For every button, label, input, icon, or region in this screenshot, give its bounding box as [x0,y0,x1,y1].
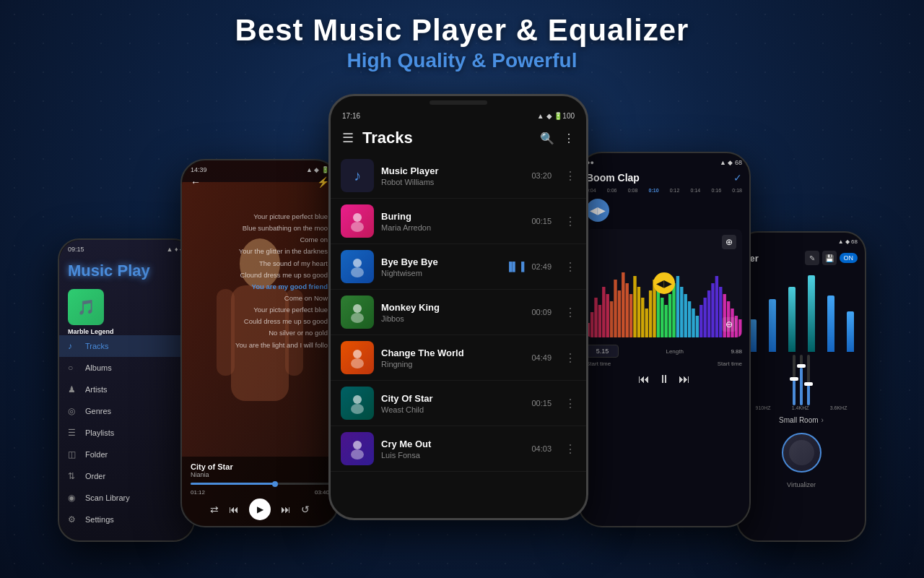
track-more-1[interactable]: ⋮ [565,169,576,183]
eq-preset-arrow[interactable]: › [821,416,824,424]
track-item-1[interactable]: ♪ Music Player Robot Williams 03:20 ⋮ [331,153,586,199]
svg-rect-43 [692,309,694,337]
eq-bar-5 [821,271,840,352]
track-more-4[interactable]: ⋮ [565,306,576,319]
eq-knob-inner [789,440,814,465]
sidebar-logo: Music Play [59,256,193,286]
eq-slider-thumb-3[interactable] [804,382,813,386]
wf-zoom-out-btn[interactable]: ⊖ [722,317,736,332]
sidebar-settings-label: Settings [85,515,114,524]
tracks-search-icon[interactable]: 🔍 [540,131,554,145]
sidebar-item-order[interactable]: ⇅ Order [59,465,193,487]
svg-rect-25 [622,272,624,337]
track-name-4: Monkey King [381,302,524,313]
track-item-4[interactable]: Monkey King Jibbos 00:09 ⋮ [331,290,586,335]
sidebar-item-albums[interactable]: ○ Albums [59,357,193,379]
sidebar-item-tracks[interactable]: ♪ Tracks [59,335,193,357]
sidebar-albums-icon: ○ [68,363,79,373]
phones-container: 09:15 ▲ ♦ ◆ Music Play 🎵 Marble Legend ♪… [0,94,924,520]
sidebar-tracks-icon: ♪ [68,341,79,351]
svg-rect-36 [664,305,667,337]
header: Best Music Player & Equalizer High Quali… [0,13,924,72]
sidebar-item-playlists[interactable]: ☰ Playlists [59,422,193,444]
wf-marker-2: 0:06 [607,188,617,193]
track-more-6[interactable]: ⋮ [565,397,576,410]
lyrics-eq-icon[interactable]: ⚡ [317,176,329,188]
track-duration-1: 03:20 [531,171,552,180]
sidebar-item-settings[interactable]: ⚙ Settings [59,509,193,530]
track-name-5: Change The World [381,348,524,358]
lyrics-prev-btn[interactable]: ⏮ [229,504,239,515]
eq-slider-thumb-2[interactable] [797,364,806,368]
track-name-1: Music Player [381,165,524,176]
wf-marker-5: 0:12 [670,188,680,193]
sidebar-item-folder[interactable]: ◫ Folder [59,444,193,465]
tracks-more-icon[interactable]: ⋮ [563,131,575,145]
track-item-7[interactable]: Cry Me Out Luis Fonsa 04:03 ⋮ [331,426,586,472]
svg-rect-34 [657,287,660,337]
wf-play-btn[interactable]: ◀▶ [586,199,609,222]
eq-slider-1[interactable] [793,355,796,405]
track-thumb-1: ♪ [341,159,374,192]
eq-toggle[interactable]: ON [840,253,858,263]
lyrics-progress-bar[interactable] [191,483,329,485]
track-more-2[interactable]: ⋮ [565,215,576,228]
track-item-2[interactable]: Buring Maria Arredon 00:15 ⋮ [331,199,586,244]
wf-cursor[interactable]: ◀▶ [653,272,675,294]
eq-slider-2[interactable] [800,355,803,405]
lyrics-status: 14:39 ▲ ◆ 🔋 [182,160,338,176]
lyrics-nav: ← ⚡ [182,176,338,188]
lyrics-line-6: Clound dress me up so good [192,269,328,281]
lyrics-progress-fill [191,483,274,485]
sidebar-order-label: Order [85,472,105,480]
wf-zoom-in-btn[interactable]: ⊕ [722,235,736,249]
wf-marker-6: 0:14 [691,188,701,193]
sidebar-item-artists[interactable]: ♟ Artists [59,379,193,400]
track-person-svg-3 [346,256,368,277]
track-duration-4: 00:09 [531,308,552,316]
sidebar-item-scan[interactable]: ◉ Scan Library [59,487,193,509]
eq-bar-fill-6 [847,311,854,352]
track-thumb-6 [341,387,374,420]
lyrics-play-btn[interactable]: ▶ [249,499,271,520]
wf-next-btn[interactable]: ⏭ [679,373,690,386]
svg-point-7 [351,267,364,277]
eq-slider-thumb-1[interactable] [790,377,798,381]
track-person-svg-6 [346,392,368,414]
track-more-7[interactable]: ⋮ [565,442,576,456]
track-playing-indicator: ▐▌▐ [506,262,525,272]
lyrics-repeat-btn[interactable]: ↺ [301,504,310,515]
track-item-5[interactable]: Change The World Ringning 04:49 ⋮ [331,335,586,381]
eq-screen: ▲ ◆ 68 zer ✎ 💾 ON [738,233,865,540]
lyrics-line-4: Your the glitter in the darknes [192,246,328,257]
svg-rect-47 [707,290,710,337]
track-more-3[interactable]: ⋮ [565,260,576,274]
tracks-menu-icon[interactable]: ☰ [342,130,354,146]
svg-rect-18 [594,298,597,337]
track-item-6[interactable]: City Of Star Weast Child 00:15 ⋮ [331,381,586,426]
lyrics-back-icon[interactable]: ← [191,176,201,188]
eq-slider-3[interactable] [807,355,810,405]
wf-start-time-field[interactable]: 5.15 [586,345,619,358]
sidebar-item-genres[interactable]: ◎ Genres [59,400,193,422]
track-item-3[interactable]: Bye Bye Bye Nightwisem ▐▌▐ 02:49 ⋮ [331,244,586,290]
lyrics-song-title: City of Star [191,462,329,471]
track-name-2: Buring [381,211,524,222]
track-name-7: Cry Me Out [381,439,524,449]
eq-edit-icon[interactable]: ✎ [805,251,819,265]
track-thumb-2 [341,204,374,238]
wf-pause-btn[interactable]: ⏸ [658,373,670,386]
wf-prev-btn[interactable]: ⏮ [638,373,650,386]
lyrics-next-btn[interactable]: ⏭ [281,504,291,515]
phone-waveform: ●● ▲ ◆ 68 Boom Clap ✓ 0:04 0:06 0:08 0:1… [578,152,751,527]
eq-freq-1: 910HZ [756,405,771,410]
wf-check-icon[interactable]: ✓ [733,172,742,184]
eq-status: ▲ ◆ 68 [738,233,865,248]
lyrics-shuffle-btn[interactable]: ⇄ [210,504,219,515]
eq-knob[interactable] [782,433,821,473]
tracks-notch [331,96,586,105]
track-info-6: City Of Star Weast Child [381,393,524,414]
eq-save-icon[interactable]: 💾 [822,251,837,265]
track-more-5[interactable]: ⋮ [565,351,576,365]
eq-bar-fill-4 [808,275,815,352]
